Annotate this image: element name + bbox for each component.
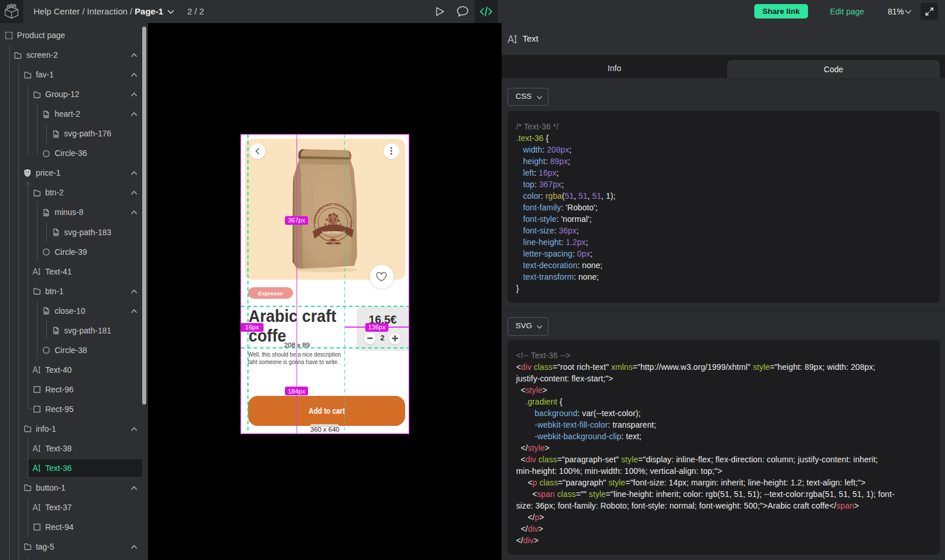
svg-text:NABI NAHUA: NABI NAHUA: [322, 230, 344, 233]
